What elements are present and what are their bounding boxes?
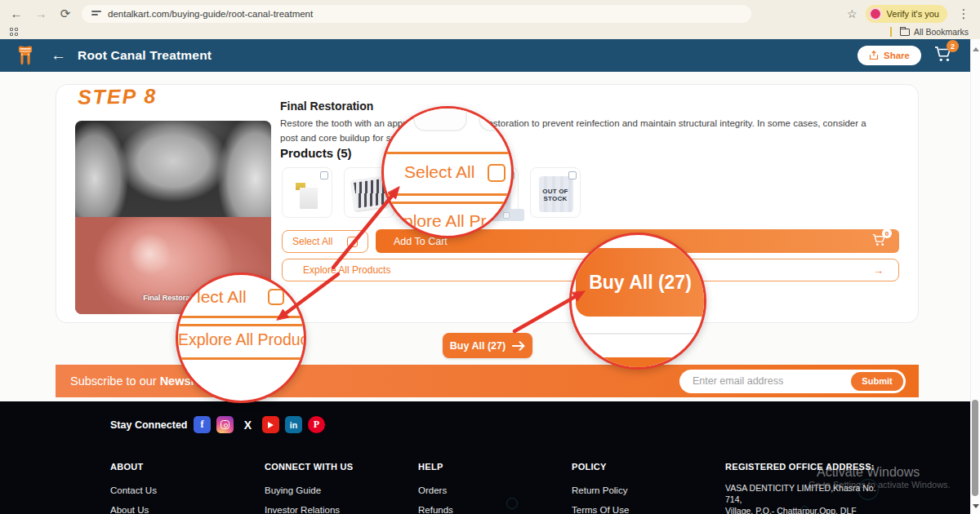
- magnified-select-all-label: Select All: [404, 162, 474, 182]
- product-image: [289, 183, 327, 210]
- pinterest-icon[interactable]: P: [308, 416, 325, 433]
- scrollbar-up-arrow[interactable]: [973, 47, 979, 51]
- magnified-border-line: [176, 357, 306, 360]
- footer-col-help: HELP Orders Refunds: [418, 462, 453, 514]
- footer-col-policy: POLICY Return Policy Terms Of Use: [572, 462, 629, 514]
- arrow-right-icon: [512, 341, 525, 351]
- share-icon: [869, 51, 879, 60]
- instagram-icon[interactable]: [216, 416, 234, 433]
- arrow-right-icon: →: [873, 264, 884, 277]
- magnified-checkbox: [488, 164, 506, 182]
- dentalkart-logo-icon[interactable]: [15, 45, 36, 66]
- header-cart-button[interactable]: 2: [934, 46, 952, 65]
- app-header: ← Root Canal Treatment Share 2: [0, 39, 972, 72]
- newsletter-text-prefix: Subscribe to our: [70, 374, 160, 388]
- browser-forward-icon[interactable]: →: [33, 7, 49, 20]
- products-heading: Products (5): [280, 146, 352, 160]
- stay-connected-label: Stay Connected: [110, 419, 187, 431]
- all-bookmarks-label: All Bookmarks: [914, 27, 969, 37]
- magnified-border-line: [381, 152, 514, 154]
- browser-reload-icon[interactable]: ⟳: [57, 7, 74, 21]
- footer-col-connect: CONNECT WITH US Buying Guide Investor Re…: [265, 462, 353, 514]
- page-title: Root Canal Treatment: [78, 48, 212, 63]
- x-twitter-icon[interactable]: X: [239, 416, 256, 433]
- section-heading: Final Restoration: [280, 100, 373, 113]
- scrollbar-down-arrow[interactable]: [973, 504, 979, 508]
- product-thumbnail-1[interactable]: [282, 167, 332, 218]
- magnified-divider: [569, 333, 706, 335]
- footer-link-about-us[interactable]: About Us: [110, 505, 157, 514]
- magnified-border-line: [176, 324, 306, 326]
- magnified-explore-all-label: Explore All Products: [178, 330, 306, 349]
- youtube-icon[interactable]: [262, 416, 279, 433]
- select-all-label: Select All: [292, 236, 332, 247]
- decoration: [506, 498, 518, 509]
- magnified-select-all-partial: lect All: [197, 287, 247, 307]
- browser-toolbar: ← → ⟳ dentalkart.com/buying-guide/root-c…: [0, 0, 980, 27]
- footer-link-return-policy[interactable]: Return Policy: [572, 485, 629, 495]
- product-checkbox[interactable]: [320, 171, 328, 179]
- all-bookmarks-button[interactable]: All Bookmarks: [900, 27, 969, 37]
- facebook-icon[interactable]: f: [194, 416, 211, 433]
- activate-windows-watermark: Activate Windows: [817, 465, 920, 480]
- xray-image: [75, 121, 271, 217]
- step-label: STEP 8: [78, 84, 158, 109]
- product-thumbnail-5[interactable]: OUT OF STOCK: [530, 167, 581, 218]
- select-all-checkbox[interactable]: [347, 237, 358, 247]
- magnifier-select-all: Select All plore All Pr: [381, 106, 514, 238]
- mini-cart: 0: [872, 233, 886, 249]
- magnified-checkbox: [268, 289, 284, 305]
- activate-windows-subtext: Go to Settings to activate Windows.: [808, 480, 951, 490]
- address-bar[interactable]: dentalkart.com/buying-guide/root-canal-t…: [82, 5, 751, 23]
- bookmarks-bar: All Bookmarks: [0, 27, 980, 39]
- scrollbar-thumb[interactable]: [972, 400, 978, 496]
- footer-link-orders[interactable]: Orders: [418, 485, 453, 495]
- footer-link-buying-guide[interactable]: Buying Guide: [265, 485, 353, 495]
- linkedin-icon[interactable]: in: [285, 416, 302, 433]
- footer-link-contact-us[interactable]: Contact Us: [110, 485, 157, 495]
- url-text: dentalkart.com/buying-guide/root-canal-t…: [108, 9, 313, 19]
- explore-label: Explore All Products: [303, 264, 390, 276]
- footer-col-title: HELP: [418, 462, 453, 472]
- footer: Stay Connected f X in P ABOUT Contact Us…: [0, 401, 970, 514]
- footer-col-title: ABOUT: [110, 462, 157, 472]
- site-settings-icon[interactable]: [91, 9, 101, 19]
- magnifier-explore-all: lect All Explore All Products: [176, 273, 306, 403]
- magnified-explore-partial: plore All Pr: [403, 211, 487, 231]
- footer-link-refunds[interactable]: Refunds: [418, 505, 453, 514]
- out-of-stock-label: OUT OF STOCK: [531, 188, 580, 202]
- product-checkbox[interactable]: [568, 171, 577, 179]
- verify-label: Verify it's you: [887, 9, 939, 19]
- social-icons-row: f X in P: [194, 416, 325, 433]
- footer-link-investor-relations[interactable]: Investor Relations: [265, 505, 353, 514]
- cart-count-badge: 2: [947, 40, 959, 52]
- page-back-icon[interactable]: ←: [51, 47, 66, 64]
- tab-grid-icon[interactable]: [10, 28, 19, 37]
- email-input[interactable]: [693, 375, 851, 387]
- footer-col-about: ABOUT Contact Us About Us: [110, 462, 157, 514]
- magnifier-buy-all: Buy All (27): [569, 233, 706, 370]
- verify-profile-button[interactable]: Verify it's you: [866, 5, 947, 23]
- email-field-wrap: Submit: [679, 370, 906, 393]
- divider: [890, 27, 892, 37]
- section-description: Restore the tooth with an appropriate pe…: [280, 117, 884, 146]
- footer-col-title: CONNECT WITH US: [265, 462, 353, 472]
- magnified-border-line: [176, 316, 306, 318]
- folder-icon: [900, 29, 910, 36]
- footer-col-title: POLICY: [572, 462, 629, 472]
- magnified-buy-all-label: Buy All (27): [589, 272, 692, 294]
- browser-menu-icon[interactable]: ⋮: [956, 7, 972, 21]
- magnified-buy-all-button: Buy All (27): [576, 248, 706, 317]
- cart-zero-badge: 0: [882, 228, 892, 238]
- share-button[interactable]: Share: [858, 46, 921, 65]
- magnified-border-line: [381, 202, 514, 204]
- magnified-border-line: [381, 193, 514, 196]
- select-all-button[interactable]: Select All: [282, 230, 368, 253]
- footer-link-terms-of-use[interactable]: Terms Of Use: [572, 505, 629, 514]
- browser-back-icon[interactable]: ←: [8, 7, 24, 20]
- submit-button[interactable]: Submit: [851, 372, 903, 391]
- bookmark-star-icon[interactable]: ☆: [847, 7, 858, 20]
- address-line: Village, P.O.- Chattarpur,Opp. DLF Gate: [725, 505, 876, 514]
- avatar: [869, 7, 882, 20]
- buy-all-button[interactable]: Buy All (27): [443, 333, 532, 358]
